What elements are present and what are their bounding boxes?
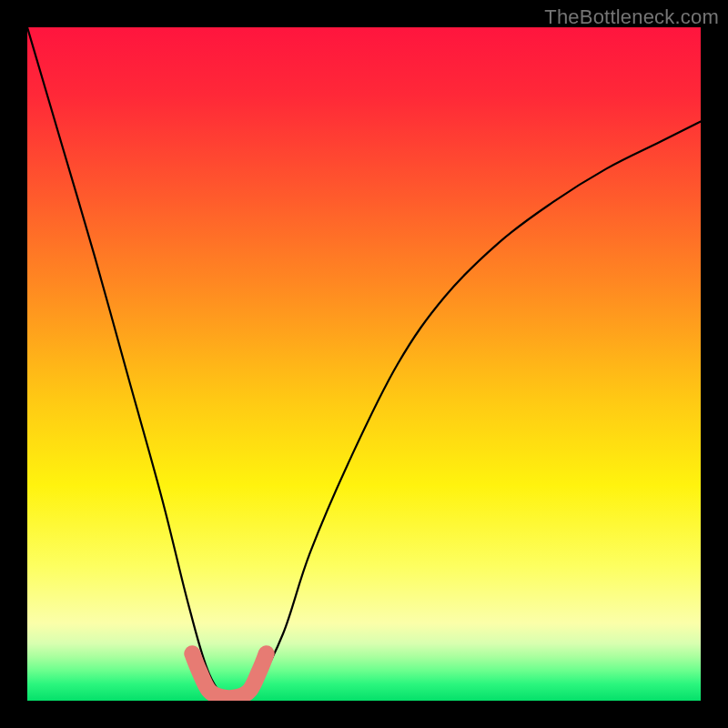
plot-frame (27, 27, 701, 701)
bottleneck-curve (27, 27, 701, 701)
watermark-text: TheBottleneck.com (544, 5, 719, 29)
